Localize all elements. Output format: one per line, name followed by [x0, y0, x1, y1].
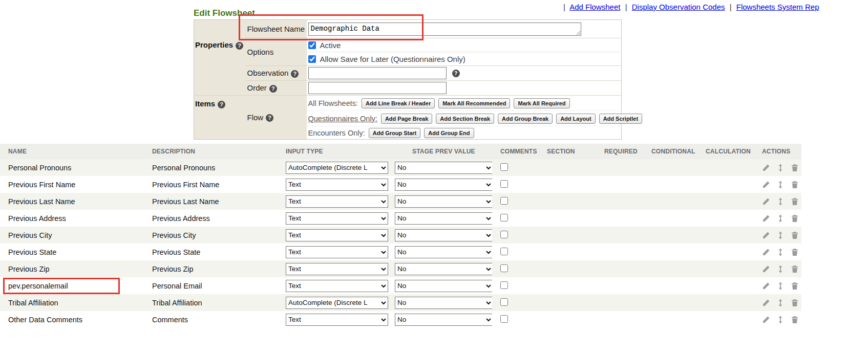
delete-trash-icon[interactable] — [791, 248, 799, 256]
add-group-start-button[interactable]: Add Group Start — [369, 128, 421, 138]
add-scriptlet-button[interactable]: Add Scriptlet — [599, 114, 642, 124]
cell-stage-prev-value: No — [392, 193, 492, 210]
link-flowsheets-system-report[interactable]: Flowsheets System Rep — [736, 3, 819, 11]
cell-name: Previous City — [0, 227, 144, 244]
delete-trash-icon[interactable] — [791, 282, 799, 290]
add-section-break-button[interactable]: Add Section Break — [436, 114, 494, 124]
flow-help-icon[interactable] — [266, 114, 273, 122]
cell-section — [539, 176, 596, 193]
comments-checkbox[interactable] — [500, 248, 508, 255]
edit-pencil-icon[interactable] — [762, 231, 770, 239]
stage-prev-value-select[interactable]: No — [395, 297, 492, 309]
edit-pencil-icon[interactable] — [762, 164, 770, 172]
add-page-break-button[interactable]: Add Page Break — [381, 114, 432, 124]
edit-pencil-icon[interactable] — [762, 265, 770, 273]
comments-checkbox[interactable] — [500, 231, 508, 238]
comments-checkbox[interactable] — [500, 180, 508, 188]
input-type-select[interactable]: Text — [286, 280, 388, 292]
cell-input-type: Text — [278, 176, 392, 193]
move-up-down-icon[interactable] — [776, 316, 785, 324]
input-type-select[interactable]: Text — [286, 229, 388, 241]
move-up-down-icon[interactable] — [776, 214, 785, 223]
comments-checkbox[interactable] — [500, 197, 508, 205]
all-flowsheets-label: All Flowsheets: — [308, 99, 358, 107]
comments-checkbox[interactable] — [500, 298, 508, 306]
cell-conditional — [643, 159, 697, 176]
stage-prev-value-select[interactable]: No — [395, 280, 492, 292]
items-help-icon[interactable] — [218, 101, 225, 108]
input-type-select[interactable]: Text — [286, 195, 388, 208]
input-type-select[interactable]: AutoComplete (Discrete L — [286, 162, 388, 174]
cell-name: Previous Zip — [0, 260, 144, 277]
edit-pencil-icon[interactable] — [762, 299, 770, 307]
add-group-end-button[interactable]: Add Group End — [424, 128, 474, 138]
edit-pencil-icon[interactable] — [762, 197, 770, 206]
mark-all-recommended-button[interactable]: Mark All Recommended — [438, 98, 510, 108]
comments-checkbox[interactable] — [500, 264, 508, 272]
cell-name: Tribal Affiliation — [0, 294, 144, 311]
stage-prev-value-select[interactable]: No — [395, 195, 492, 208]
observation-label-help-icon[interactable] — [291, 70, 299, 78]
input-type-select[interactable]: Text — [286, 314, 388, 326]
move-up-down-icon[interactable] — [776, 197, 785, 206]
delete-trash-icon[interactable] — [791, 181, 799, 189]
move-up-down-icon[interactable] — [776, 282, 785, 290]
input-type-select[interactable]: Text — [286, 246, 388, 258]
input-type-select[interactable]: Text — [286, 212, 388, 225]
observation-input[interactable] — [308, 67, 447, 79]
delete-trash-icon[interactable] — [791, 231, 799, 239]
stage-prev-value-select[interactable]: No — [395, 263, 492, 275]
comments-checkbox[interactable] — [500, 163, 508, 171]
cell-name: Previous First Name — [0, 176, 144, 193]
link-separator: | — [730, 3, 732, 11]
edit-pencil-icon[interactable] — [762, 316, 770, 324]
delete-trash-icon[interactable] — [791, 197, 799, 206]
cell-description: Personal Email — [144, 277, 278, 294]
order-input[interactable] — [308, 82, 447, 94]
edit-pencil-icon[interactable] — [762, 282, 770, 290]
input-type-select[interactable]: Text — [286, 179, 388, 191]
properties-help-icon[interactable] — [236, 42, 243, 50]
edit-pencil-icon[interactable] — [762, 248, 770, 256]
move-up-down-icon[interactable] — [776, 231, 785, 239]
add-layout-button[interactable]: Add Layout — [556, 114, 596, 124]
stage-prev-value-select[interactable]: No — [395, 179, 492, 191]
delete-trash-icon[interactable] — [791, 265, 799, 273]
flowsheet-name-input[interactable]: Demographic Data — [308, 23, 581, 36]
input-type-select[interactable]: AutoComplete (Discrete L — [286, 297, 388, 309]
active-checkbox[interactable] — [308, 41, 316, 49]
delete-trash-icon[interactable] — [791, 214, 799, 223]
edit-pencil-icon[interactable] — [762, 214, 770, 223]
stage-prev-value-select[interactable]: No — [395, 314, 492, 326]
move-up-down-icon[interactable] — [776, 164, 785, 172]
cell-section — [539, 277, 596, 294]
flow-label: Flow — [247, 113, 264, 122]
add-group-break-button[interactable]: Add Group Break — [498, 114, 553, 124]
cell-calculation — [697, 260, 754, 277]
delete-trash-icon[interactable] — [791, 316, 799, 324]
delete-trash-icon[interactable] — [791, 299, 799, 307]
stage-prev-value-select[interactable]: No — [395, 212, 492, 225]
edit-pencil-icon[interactable] — [762, 181, 770, 189]
comments-checkbox[interactable] — [500, 315, 508, 323]
option-active-cell: Active — [307, 38, 622, 52]
cell-calculation — [697, 227, 754, 244]
input-type-select[interactable]: Text — [286, 263, 388, 275]
move-up-down-icon[interactable] — [776, 265, 785, 273]
move-up-down-icon[interactable] — [776, 248, 785, 256]
stage-prev-value-select[interactable]: No — [395, 162, 492, 174]
link-display-observation-codes[interactable]: Display Observation Codes — [632, 3, 725, 11]
flowsheet-name-cell: Demographic Data — [307, 20, 622, 38]
order-help-icon[interactable] — [269, 85, 277, 93]
delete-trash-icon[interactable] — [791, 164, 799, 172]
observation-help-icon[interactable] — [452, 70, 460, 77]
move-up-down-icon[interactable] — [776, 299, 785, 307]
comments-checkbox[interactable] — [500, 214, 508, 222]
move-up-down-icon[interactable] — [776, 181, 785, 189]
mark-all-required-button[interactable]: Mark All Required — [514, 98, 569, 108]
add-line-break-header-button[interactable]: Add Line Break / Header — [362, 98, 435, 108]
stage-prev-value-select[interactable]: No — [395, 229, 492, 241]
allow-save-checkbox[interactable] — [308, 55, 316, 63]
comments-checkbox[interactable] — [500, 281, 508, 289]
stage-prev-value-select[interactable]: No — [395, 246, 492, 258]
